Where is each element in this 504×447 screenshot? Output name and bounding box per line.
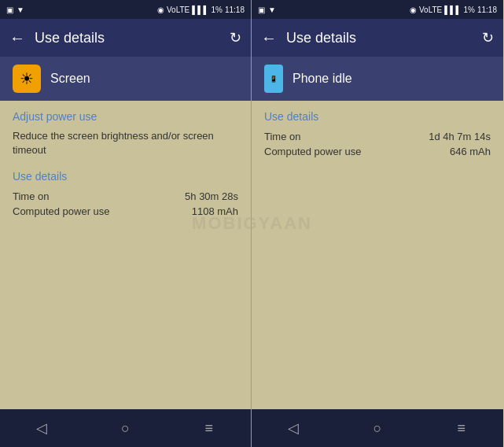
left-back-button[interactable]: ←: [9, 29, 25, 47]
right-volte-label: VoLTE: [419, 6, 442, 14]
right-sync-icon: ▼: [268, 6, 276, 14]
left-menu-button[interactable]: ≡: [193, 412, 225, 444]
left-toolbar-title: Use details: [35, 30, 220, 46]
left-panel: ▣ ▼ ◉ VoLTE ▌▌▌ 1% 11:18 ← Use details ↻…: [0, 0, 252, 447]
left-nav-bar: ◁ ○ ≡: [0, 409, 251, 447]
right-time-on-label: Time on: [264, 131, 300, 142]
time-on-label: Time on: [13, 190, 49, 202]
right-item-title: Phone idle: [292, 72, 352, 86]
stat-row-time: Time on 5h 30m 28s: [13, 190, 238, 202]
right-status-bar: ▣ ▼ ◉ VoLTE ▌▌▌ 1% 11:18: [252, 0, 503, 19]
right-item-header: 📱 Phone idle: [252, 57, 503, 101]
right-stat-row-time: Time on 1d 4h 7m 14s: [264, 131, 491, 142]
left-back-nav-button[interactable]: ◁: [26, 412, 57, 444]
wifi-icon: ◉: [157, 6, 164, 14]
description-text: Reduce the screen brightness and/or scre…: [13, 129, 238, 157]
battery-percent: 1%: [212, 6, 223, 14]
right-nav-bar: ◁ ○ ≡: [252, 409, 503, 447]
right-power-label: Computed power use: [264, 146, 362, 157]
phone-symbol: 📱: [270, 76, 278, 83]
phone-icon: 📱: [264, 65, 283, 93]
left-status-right: ◉ VoLTE ▌▌▌ 1% 11:18: [157, 6, 245, 14]
time-label: 11:18: [225, 6, 245, 14]
screen-icon: ☀: [13, 65, 41, 93]
right-battery-percent: 1%: [464, 6, 475, 14]
right-panel: ▣ ▼ ◉ VoLTE ▌▌▌ 1% 11:18 ← Use details ↻…: [252, 0, 503, 447]
right-menu-button[interactable]: ≡: [446, 412, 477, 444]
time-on-value: 5h 30m 28s: [185, 190, 238, 202]
right-back-button[interactable]: ←: [261, 29, 277, 47]
left-item-header: ☀ Screen: [0, 57, 251, 101]
left-content: Adjust power use Reduce the screen brigh…: [0, 101, 251, 409]
left-status-left-icons: ▣ ▼: [6, 6, 24, 14]
sync-icon: ▼: [17, 6, 24, 14]
right-use-details-label: Use details: [264, 110, 491, 123]
left-home-button[interactable]: ○: [109, 412, 141, 444]
signal-icon: ▌▌▌: [192, 6, 208, 14]
right-stat-row-power: Computed power use 646 mAh: [264, 146, 491, 157]
right-toolbar-title: Use details: [286, 30, 473, 46]
stat-row-power: Computed power use 1108 mAh: [13, 205, 238, 217]
left-toolbar: ← Use details ↻: [0, 19, 251, 57]
power-label: Computed power use: [13, 205, 110, 217]
right-toolbar: ← Use details ↻: [252, 19, 503, 57]
adjust-power-link[interactable]: Adjust power use: [13, 110, 238, 123]
right-content: Use details Time on 1d 4h 7m 14s Compute…: [252, 101, 503, 409]
right-home-button[interactable]: ○: [362, 412, 393, 444]
right-notification-icon: ▣: [258, 6, 265, 14]
right-status-left-icons: ▣ ▼: [258, 6, 276, 14]
left-refresh-button[interactable]: ↻: [230, 29, 241, 46]
left-item-title: Screen: [50, 72, 90, 86]
power-value: 1108 mAh: [192, 205, 238, 217]
left-status-bar: ▣ ▼ ◉ VoLTE ▌▌▌ 1% 11:18: [0, 0, 251, 19]
right-signal-icon: ▌▌▌: [444, 6, 461, 14]
use-details-label: Use details: [13, 170, 238, 183]
right-status-right: ◉ VoLTE ▌▌▌ 1% 11:18: [410, 6, 497, 14]
screen-symbol: ☀: [20, 69, 34, 88]
right-wifi-icon: ◉: [410, 6, 417, 14]
right-time-on-value: 1d 4h 7m 14s: [429, 131, 491, 142]
notification-icon: ▣: [6, 6, 13, 14]
right-time-label: 11:18: [477, 6, 497, 14]
right-back-nav-button[interactable]: ◁: [278, 412, 309, 444]
volte-label: VoLTE: [167, 6, 189, 14]
right-power-value: 646 mAh: [450, 146, 491, 157]
right-refresh-button[interactable]: ↻: [482, 29, 494, 46]
